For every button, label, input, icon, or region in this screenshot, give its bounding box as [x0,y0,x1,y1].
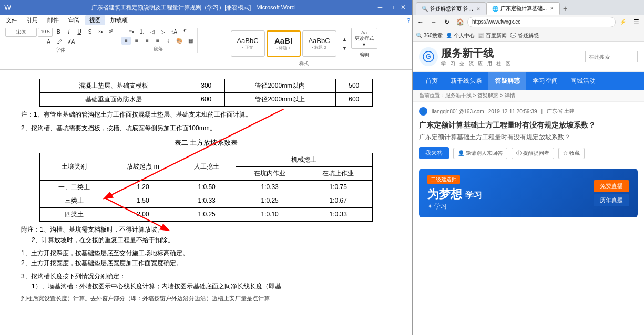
ad-btn2[interactable]: 历年真题 [594,194,629,206]
fontsize-selector[interactable]: 10.5 [38,28,53,37]
browser-window: 🔍 答疑解惑首页-答... ✕ 🌐 广东定额计算基础... ✕ + ← → ↻ … [413,0,644,335]
window-controls: ─ □ ✕ [375,3,408,12]
remind-button[interactable]: ⓘ 提醒提问者 [512,148,554,159]
tab1-favicon: 🔍 [422,6,428,12]
bookmark-baidu[interactable]: 📰 百度新闻 [478,32,507,39]
font-strikethrough[interactable]: S [85,28,95,37]
show-para[interactable]: ¶ [180,28,190,36]
menu-btn[interactable]: ☰ [630,16,642,28]
cell: 1:0.33 [304,208,372,222]
collect-icon: ☆ [563,150,568,156]
tab-2[interactable]: 🌐 广东定额计算基础... ✕ [486,2,560,15]
border-btn[interactable]: ▦ [186,37,195,45]
menu-file[interactable]: 文件 [2,16,21,25]
align-left[interactable]: ≡ [121,37,131,45]
tab1-close[interactable]: ✕ [476,6,481,12]
menu-view[interactable]: 视图 [85,15,105,25]
menu-ref[interactable]: 引用 [22,15,42,25]
cell: 1:0.75 [304,180,372,194]
style-normal[interactable]: AaBbC • 正文 [231,30,265,57]
bookmark-qa[interactable]: 💬 答疑解惑 [510,32,539,39]
cell: 600 [188,93,224,107]
doc-content[interactable]: 混凝土垫层、基础支模板 300 管径2000mm以内 500 基础垂直面做防水层… [0,70,412,335]
styles-down[interactable]: ▼ [340,45,350,52]
align-center[interactable]: ≡ [132,37,141,45]
cell: 人工挖土 [178,153,236,180]
bookmark-profile[interactable]: 👤 个人中心 [446,32,475,39]
style-heading1[interactable]: AaBI • 标题 1 [267,30,301,57]
menu-bar: 文件 引用 邮件 审阅 视图 加载项 ? [0,15,412,26]
styles-up[interactable]: ▲ [340,36,350,43]
line-spacing[interactable]: ↕ [163,37,173,45]
font-bold[interactable]: B [54,28,63,37]
sort-btn[interactable]: ↕A [169,28,179,36]
header-search [585,51,638,62]
site-header: G 服务新干线 学 习 交 流 应 用 社 区 [413,42,644,72]
menu-addins[interactable]: 加载项 [106,15,132,25]
ribbon-group-styles: AaBbC • 正文 AaBI • 标题 1 AaBbC • 标题 2 ▲ ▼ [199,28,409,67]
font-selector[interactable]: 宋体 [5,28,37,37]
answer-button[interactable]: 我来答 [419,147,449,159]
change-style-btn[interactable]: Aa 更改样式 ▼ [351,28,377,49]
menu-mail[interactable]: 邮件 [43,15,63,25]
invite-button[interactable]: 👤 邀请别人来回答 [453,148,507,159]
back-button[interactable]: ← [415,16,426,28]
restore-button[interactable]: □ [387,3,396,12]
tab-1[interactable]: 🔍 答疑解惑首页-答... ✕ [416,2,486,15]
cell: 基础垂直面做防水层 [40,93,188,107]
shading-btn[interactable]: 🎨 [174,37,185,45]
new-tab-btn[interactable]: + [560,2,570,15]
doc-section3: 3、挖沟槽长度按下列情况分别确定： 1）、墙基沟槽：外墙按图示中心线长度计算；内… [21,271,391,291]
collect-label: 收藏 [569,150,580,157]
header-search-input[interactable] [585,51,638,62]
align-right[interactable]: ≡ [142,37,152,45]
nav-city[interactable]: 同城活动 [564,72,602,90]
extension-btn[interactable]: ⚡ [617,16,629,28]
minimize-button[interactable]: ─ [375,3,385,12]
tab2-close[interactable]: ✕ [550,6,554,11]
reload-button[interactable]: ↻ [441,16,453,28]
nav-home[interactable]: 首页 [419,72,444,90]
close-button[interactable]: ✕ [398,3,408,12]
doc-table2: 土壤类别 放坡起点 m 人工挖土 机械挖土 在坑内作业 在坑上作业 一、二类土 … [39,153,373,222]
collect-button[interactable]: ☆ 收藏 [558,148,585,159]
ribbon-group-para: ≡• 1. ◁ ▷ ↕A ¶ ≡ ≡ ≡ ≡ ↕ 🎨 ▦ 段落 [119,28,198,53]
invite-icon: 👤 [458,150,464,156]
clear-format-btn[interactable]: ✗A [65,38,77,46]
highlight-btn[interactable]: 🖊 [55,38,64,46]
ad-btn1[interactable]: 免费直播 [594,180,629,192]
logo-text-container: 服务新干线 学 习 交 流 应 用 社 区 [441,46,512,67]
bookmark-360[interactable]: 🔍 360搜索 [416,32,443,39]
edit-btn[interactable]: 编辑 [357,50,371,59]
font-subscript[interactable]: x₂ [96,28,105,37]
separator: | [541,109,543,114]
cell: 三类土 [40,194,108,208]
browser-content[interactable]: G 服务新干线 学 习 交 流 应 用 社 区 首页 新干线头条 答疑解惑 学习… [413,42,644,335]
forward-button[interactable]: → [428,16,439,28]
help-icon[interactable]: ? [407,17,410,24]
list-bullet[interactable]: ≡• [127,28,136,36]
indent-decrease[interactable]: ◁ [148,28,157,36]
font-italic[interactable]: I [64,28,74,37]
align-justify[interactable]: ≡ [153,37,162,45]
font-superscript[interactable]: x² [106,28,116,37]
doc-note1: 注：1、有管座基础的管沟挖土方工作面按混凝土垫层、基础支未班的工作面计算。 [21,110,391,120]
question-title: 广东定额计算基础土方工程量时有没有规定放坡系数？ [419,120,638,131]
home-button[interactable]: 🏠 [454,16,466,28]
menu-review[interactable]: 审阅 [64,15,84,25]
nav-headlines[interactable]: 新干线头条 [444,72,488,90]
cell: 1:0.33 [178,194,236,208]
indent-increase[interactable]: ▷ [158,28,168,36]
nav-qa[interactable]: 答疑解惑 [488,72,526,90]
list-number[interactable]: 1. [137,28,147,36]
style-heading2[interactable]: AaBbC • 标题 2 [302,30,336,57]
url-bar[interactable] [467,17,616,27]
nav-study[interactable]: 学习空间 [526,72,564,90]
font-color-btn[interactable]: A [44,38,54,46]
word-content-wrapper: 混凝土垫层、基础支模板 300 管径2000mm以内 500 基础垂直面做防水层… [0,70,412,335]
cell: 四类土 [40,208,108,222]
cell: 1.20 [108,180,178,194]
ad-banner[interactable]: 二级建造师 为梦想 学习 ✦ 学习 免费直播 历年真题 [419,169,638,217]
font-underline[interactable]: U [75,28,84,37]
title-bar: W 广东省建筑工程定额说明及工程量计算规则（学习）[兼容模式] - Micros… [0,0,412,15]
